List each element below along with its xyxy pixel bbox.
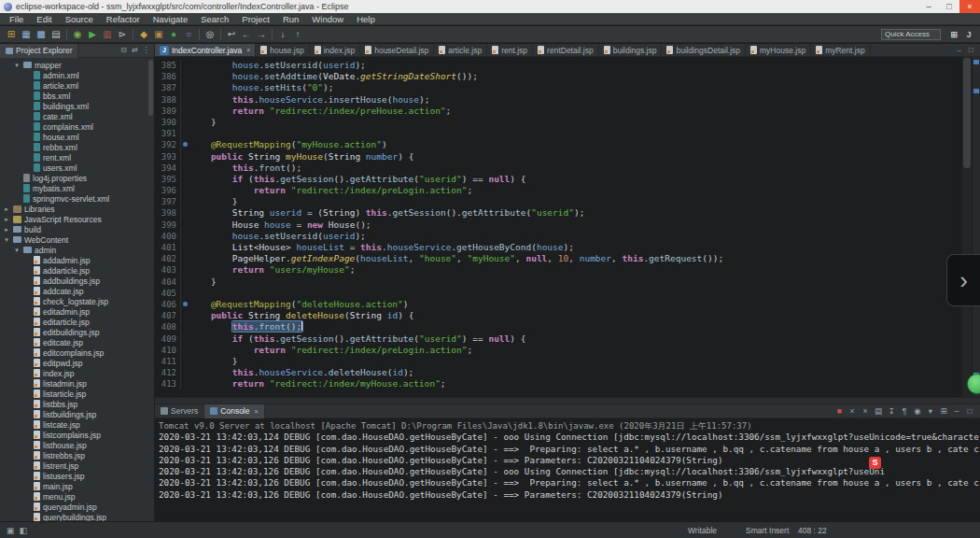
code-line[interactable]: 385 house.setUsersid(userid);	[155, 60, 962, 71]
menu-window[interactable]: Window	[305, 14, 350, 24]
tree-item[interactable]: querybuildings.jsp	[0, 512, 154, 521]
save-all-icon[interactable]: ▩	[34, 28, 49, 41]
twistie-icon[interactable]: ▸	[3, 205, 10, 213]
code-line[interactable]: 390 }	[155, 117, 962, 128]
menu-edit[interactable]: Edit	[30, 14, 58, 24]
editor-tab[interactable]: buildingsDetail.jsp	[662, 44, 746, 56]
minimize-view-icon[interactable]: –	[951, 404, 962, 418]
tree-item[interactable]: buildings.xml	[0, 101, 154, 111]
code-editor[interactable]: 385 house.setUsersid(userid);386 house.s…	[155, 57, 980, 397]
tree-item[interactable]: bbs.xml	[0, 91, 154, 101]
code-line[interactable]: 407 public String deleteHouse(String id)…	[155, 310, 962, 321]
tree-item[interactable]: admin.xml	[0, 70, 154, 80]
menu-source[interactable]: Source	[59, 14, 100, 24]
tree-item[interactable]: listhouse.jsp	[0, 440, 154, 450]
tree-item[interactable]: ▾admin	[0, 245, 154, 255]
tree-item[interactable]: ▾mapper	[0, 60, 154, 70]
remove-all-terminated-icon[interactable]: ×	[860, 404, 871, 418]
tree-item[interactable]: check_logstate.jsp	[0, 296, 154, 306]
overlay-next-arrow[interactable]: ›	[946, 254, 980, 306]
terminate-icon[interactable]: ■	[833, 404, 845, 418]
maximize-view-icon[interactable]: □	[966, 44, 976, 57]
menu-navigate[interactable]: Navigate	[147, 14, 195, 24]
minimize-view-icon[interactable]: –	[954, 44, 964, 57]
tree-scrollbar-thumb[interactable]	[148, 60, 153, 116]
new-interface-icon[interactable]: ○	[181, 28, 196, 41]
menu-project[interactable]: Project	[235, 14, 276, 24]
code-line[interactable]: 389 return "redirect:/index/preHouse.act…	[155, 106, 962, 117]
tree-item[interactable]: addadmin.jsp	[0, 255, 154, 265]
back-icon[interactable]: ←	[239, 28, 254, 41]
pin-console-icon[interactable]: ◉	[912, 404, 923, 418]
twistie-icon[interactable]: ▾	[3, 236, 10, 244]
close-tab-icon[interactable]: ×	[246, 47, 250, 53]
code-line[interactable]: 392 @RequestMapping("myHouse.action")	[155, 139, 962, 150]
tree-item[interactable]: ▸Libraries	[0, 204, 154, 214]
tree-item[interactable]: main.jsp	[0, 481, 154, 491]
tree-item[interactable]: complains.xml	[0, 121, 154, 132]
new-class-icon[interactable]: ●	[166, 28, 181, 41]
code-line[interactable]: 393 public String myHouse(String number)…	[155, 151, 962, 163]
quick-access-input[interactable]	[881, 29, 941, 40]
close-view-icon[interactable]: ×	[254, 408, 258, 415]
tree-item[interactable]: listcomplains.jsp	[0, 430, 154, 440]
open-console-icon[interactable]: ⊞	[938, 404, 949, 418]
editor-tab[interactable]: house.jsp	[256, 44, 309, 56]
code-line[interactable]: 404 }	[155, 276, 962, 288]
edit-mode-icon[interactable]: ◧	[17, 526, 30, 535]
tree-item[interactable]: rebbs.xml	[0, 142, 154, 152]
minimize-button[interactable]: –	[918, 0, 939, 13]
code-line[interactable]: 409 if (this.getSession().getAttribute("…	[155, 333, 962, 345]
link-with-editor-icon[interactable]: ⇄	[130, 44, 140, 57]
tree-item[interactable]: ▸build	[0, 224, 154, 234]
menu-help[interactable]: Help	[350, 14, 382, 24]
coverage-icon[interactable]: ▥	[100, 28, 115, 41]
tree-item[interactable]: listcate.jsp	[0, 419, 154, 430]
tree-item[interactable]: editcomplains.jsp	[0, 347, 154, 358]
editor-scrollbar-thumb[interactable]	[963, 58, 971, 168]
maximize-view-icon[interactable]: □	[964, 404, 975, 418]
run-icon[interactable]: ▶	[85, 28, 100, 41]
menu-search[interactable]: Search	[194, 14, 235, 24]
print-icon[interactable]: ▤	[49, 28, 63, 41]
code-line[interactable]: 400 house.setUsersid(userid);	[155, 231, 962, 242]
remove-launch-icon[interactable]: ×	[847, 404, 858, 418]
word-wrap-icon[interactable]: ¶	[899, 404, 910, 418]
save-icon[interactable]: ▦	[19, 28, 34, 41]
code-line[interactable]: 395 if (this.getSession().getAttribute("…	[155, 174, 962, 185]
console-tab-servers[interactable]: Servers	[155, 404, 204, 418]
tree-item[interactable]: listarticle.jsp	[0, 389, 154, 399]
code-line[interactable]: 386 house.setAddtime(VeDate.getStringDat…	[155, 71, 962, 82]
console-tab-console[interactable]: Console×	[204, 404, 264, 418]
editor-tab[interactable]: houseDetail.jsp	[360, 44, 434, 56]
run-external-tools-icon[interactable]: ⊳	[115, 28, 130, 41]
next-annotation-icon[interactable]: ↓	[275, 28, 290, 41]
editor-tab[interactable]: JIndexController.java×	[155, 44, 256, 56]
menu-run[interactable]: Run	[276, 14, 305, 24]
code-line[interactable]: 394 this.front();	[155, 163, 962, 174]
tab-project-explorer[interactable]: Project Explorer	[0, 44, 78, 58]
java-perspective-icon[interactable]: J	[961, 28, 976, 41]
tree-item[interactable]: addcate.jsp	[0, 286, 154, 296]
clear-console-icon[interactable]: ▤	[873, 404, 884, 418]
twistie-icon[interactable]: ▸	[3, 216, 10, 223]
tree-item[interactable]: rent.xml	[0, 152, 154, 163]
close-button[interactable]: ×	[959, 0, 980, 13]
editor-tab[interactable]: article.jsp	[434, 44, 487, 56]
code-line[interactable]: 399 House house = new House();	[155, 219, 962, 231]
code-line[interactable]: 403 return "users/myHouse";	[155, 264, 962, 276]
tree-item[interactable]: log4j.properties	[0, 173, 154, 183]
debug-icon[interactable]: ◉	[70, 28, 85, 41]
tree-item[interactable]: listrebbs.jsp	[0, 450, 154, 460]
twistie-icon[interactable]: ▾	[13, 247, 21, 254]
tree-item[interactable]: ▾WebContent	[0, 234, 154, 245]
code-line[interactable]: 402 PageHelper.getIndexPage(houseList, "…	[155, 253, 962, 264]
new-wizard-icon[interactable]: ⊞	[4, 28, 19, 41]
code-line[interactable]: 413 return "redirect:/index/myHouse.acti…	[155, 378, 962, 389]
selection-info-icon[interactable]: ▣	[4, 526, 17, 535]
forward-icon[interactable]: →	[254, 28, 269, 41]
code-line[interactable]: 405	[155, 288, 962, 299]
last-edit-location-icon[interactable]: ↩	[224, 28, 239, 41]
tree-item[interactable]: editbuildings.jsp	[0, 327, 154, 337]
tree-item[interactable]: editadmin.jsp	[0, 306, 154, 317]
